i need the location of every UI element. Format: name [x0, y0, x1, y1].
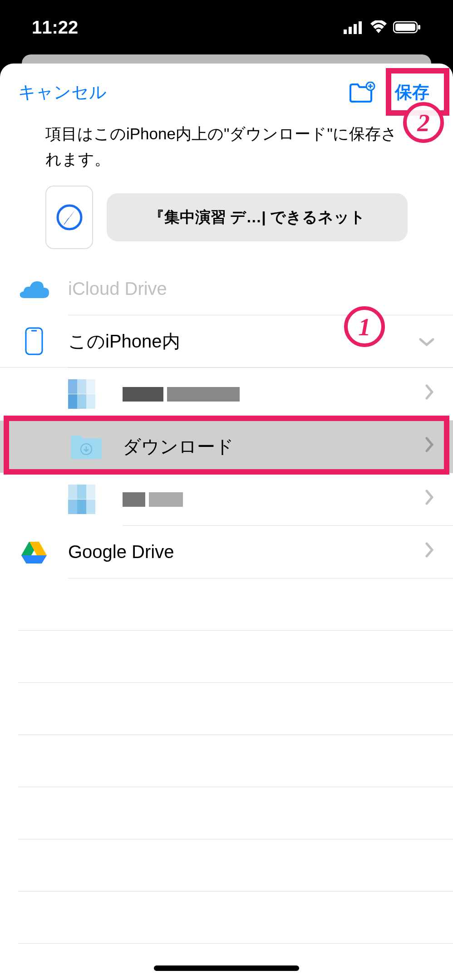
- empty-row: [18, 631, 453, 683]
- chevron-right-icon: [424, 489, 435, 510]
- gdrive-icon: [18, 536, 50, 568]
- annotation-badge-2: 2: [403, 102, 444, 143]
- file-preview-row: 『集中演習 デ…| できるネット: [0, 186, 453, 263]
- svg-rect-1: [349, 27, 352, 34]
- file-title: 『集中演習 デ…| できるネット: [107, 193, 408, 241]
- gdrive-label: Google Drive: [68, 542, 424, 562]
- svg-rect-0: [344, 29, 347, 34]
- cellular-icon: [344, 20, 364, 34]
- location-icloud: iCloud Drive: [0, 263, 453, 315]
- status-bar: 11:22: [0, 0, 453, 54]
- svg-marker-27: [22, 555, 46, 564]
- annotation-highlight-1: [4, 416, 449, 475]
- new-folder-icon[interactable]: [349, 82, 376, 103]
- iphone-icon: [18, 325, 50, 357]
- wifi-icon: [369, 20, 388, 34]
- empty-row: [18, 735, 453, 787]
- icloud-label: iCloud Drive: [68, 279, 435, 299]
- cancel-button[interactable]: キャンセル: [18, 81, 107, 104]
- svg-rect-6: [418, 25, 420, 29]
- save-sheet: キャンセル 保存 項目はこのiPhone内上の"ダウンロード"に保存されます。 …: [0, 64, 453, 980]
- folder-label-blurred: [123, 492, 424, 507]
- annotation-badge-1: 1: [344, 306, 385, 347]
- svg-rect-5: [395, 24, 415, 31]
- location-gdrive[interactable]: Google Drive: [0, 526, 453, 578]
- icloud-icon: [18, 273, 50, 305]
- empty-row: [18, 839, 453, 892]
- status-time: 11:22: [32, 17, 78, 38]
- folder-row-blurred-1[interactable]: [0, 368, 453, 420]
- folder-icon-blurred: [68, 379, 104, 409]
- empty-row: [18, 787, 453, 839]
- home-indicator[interactable]: [154, 965, 299, 971]
- nav-bar: キャンセル 保存: [0, 64, 453, 117]
- folder-label-blurred: [123, 387, 424, 402]
- chevron-down-icon: [419, 331, 435, 352]
- svg-rect-2: [354, 24, 357, 34]
- svg-rect-3: [359, 21, 362, 34]
- chevron-right-icon: [424, 384, 435, 404]
- chevron-right-icon: [424, 542, 435, 562]
- empty-row: [18, 683, 453, 735]
- location-list: iCloud Drive このiPhone内: [0, 263, 453, 944]
- file-thumbnail: [45, 186, 93, 249]
- safari-icon: [56, 204, 83, 231]
- battery-icon: [393, 20, 421, 34]
- status-icons: [344, 20, 421, 34]
- save-description: 項目はこのiPhone内上の"ダウンロード"に保存されます。: [0, 117, 453, 186]
- folder-icon-blurred: [68, 485, 104, 514]
- empty-row: [18, 578, 453, 631]
- location-iphone[interactable]: このiPhone内: [0, 315, 453, 368]
- empty-row: [18, 892, 453, 944]
- svg-rect-15: [26, 328, 42, 354]
- folder-row-blurred-2[interactable]: [0, 473, 453, 525]
